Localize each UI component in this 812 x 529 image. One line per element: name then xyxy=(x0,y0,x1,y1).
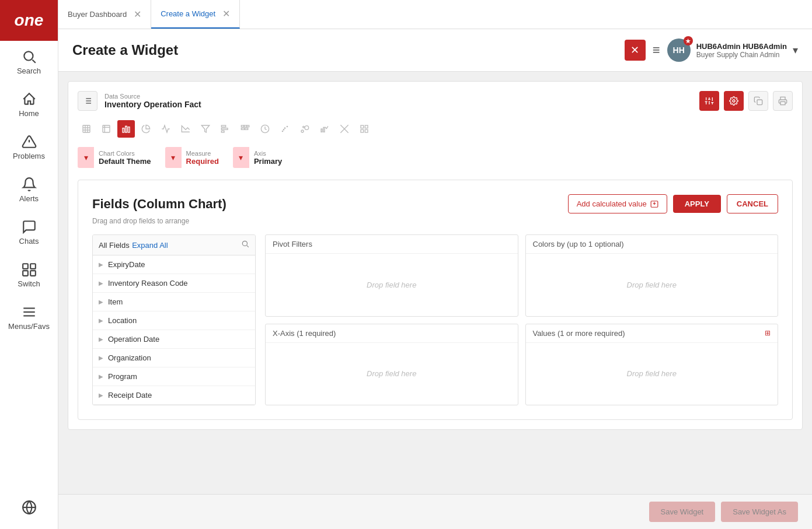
chat-icon xyxy=(22,219,37,234)
save-widget-button[interactable]: Save Widget xyxy=(649,502,716,522)
chart-type-bubble[interactable] xyxy=(296,120,313,138)
list-icon-button[interactable] xyxy=(78,91,97,111)
circular-icon xyxy=(260,124,270,134)
add-calculated-value-button[interactable]: Add calculated value xyxy=(568,194,667,213)
chart-type-stacked-bar[interactable] xyxy=(236,120,254,138)
svg-point-28 xyxy=(733,100,735,102)
chart-type-grid[interactable] xyxy=(356,120,373,138)
chart-type-circular[interactable] xyxy=(256,120,274,138)
axis-dropdown[interactable]: ▾ Axis Primary xyxy=(233,147,282,168)
chart-type-pie[interactable] xyxy=(137,120,155,138)
chart-type-table[interactable] xyxy=(78,120,95,138)
switch-icon xyxy=(22,262,37,277)
chart-type-combo[interactable] xyxy=(316,120,333,138)
list-item[interactable]: ▶ Program xyxy=(93,367,255,386)
chart-type-xy[interactable] xyxy=(336,120,353,138)
drop-zone-values: Values (1 or more required) ⊞ Drop field… xyxy=(525,324,779,406)
sidebar: one Search Home Problems Alerts Chats xyxy=(0,0,58,529)
table-icon xyxy=(82,124,91,134)
chart-type-funnel[interactable] xyxy=(197,120,214,138)
filter-settings-button[interactable] xyxy=(699,91,719,111)
svg-rect-60 xyxy=(321,129,322,132)
user-dropdown-arrow[interactable]: ▾ xyxy=(793,44,798,57)
fields-panel: Fields (Column Chart) Add calculated val… xyxy=(78,180,793,420)
bell-icon xyxy=(22,177,37,192)
tab-buyer-dashboard[interactable]: Buyer Dashboard ✕ xyxy=(58,0,151,29)
bubble-icon xyxy=(300,124,309,134)
svg-rect-39 xyxy=(123,128,124,132)
drop-zone-colors-by: Colors by (up to 1 optional) Drop field … xyxy=(525,234,779,317)
svg-rect-46 xyxy=(221,131,224,132)
main-area: Buyer Dashboard ✕ Create a Widget ✕ Crea… xyxy=(58,0,812,529)
chart-colors-dropdown-btn[interactable]: ▾ xyxy=(78,147,94,168)
chart-type-line[interactable] xyxy=(157,120,175,138)
cancel-button[interactable]: CANCEL xyxy=(727,194,778,213)
copy-icon xyxy=(754,96,763,106)
svg-rect-61 xyxy=(323,127,325,132)
home-icon xyxy=(22,92,37,107)
calc-icon xyxy=(650,200,658,208)
dropdowns-row: ▾ Chart Colors Default Theme ▾ Measure R… xyxy=(78,147,793,168)
fields-search-button[interactable] xyxy=(241,240,249,250)
grid-icon xyxy=(360,124,369,134)
svg-rect-40 xyxy=(126,126,127,132)
svg-rect-31 xyxy=(83,125,90,132)
list-item[interactable]: ▶ Operation Date xyxy=(93,330,255,349)
tab-close-create-widget[interactable]: ✕ xyxy=(222,8,230,19)
menu-button[interactable]: ≡ xyxy=(653,43,660,58)
measure-dropdown-btn[interactable]: ▾ xyxy=(165,147,182,168)
chart-colors-dropdown[interactable]: ▾ Chart Colors Default Theme xyxy=(78,147,151,168)
list-item[interactable]: ▶ ExpiryDate xyxy=(93,255,255,274)
sidebar-item-globe[interactable] xyxy=(0,492,58,523)
svg-rect-51 xyxy=(245,128,248,130)
chart-type-column[interactable] xyxy=(117,120,135,138)
sidebar-item-problems[interactable]: Problems xyxy=(0,126,58,169)
expand-all-link[interactable]: Expand All xyxy=(132,241,168,250)
tab-close-buyer-dashboard[interactable]: ✕ xyxy=(134,9,141,20)
sidebar-item-menus[interactable]: Menus/Favs xyxy=(0,296,58,339)
datasource-icons xyxy=(699,91,793,111)
fields-subtitle: Drag and drop fields to arrange xyxy=(92,217,778,225)
sidebar-item-alerts[interactable]: Alerts xyxy=(0,169,58,211)
star-badge: ★ xyxy=(684,36,693,45)
sidebar-item-search[interactable]: Search xyxy=(0,41,58,83)
list-item[interactable]: ▶ Item xyxy=(93,293,255,311)
values-calc-icon[interactable]: ⊞ xyxy=(765,329,771,337)
page-header: Create a Widget ✕ ≡ HH ★ HUB6Admin HUB6A… xyxy=(58,29,812,72)
axis-dropdown-btn[interactable]: ▾ xyxy=(233,147,249,168)
list-icon xyxy=(83,96,92,106)
print-icon xyxy=(778,96,787,106)
page-footer: Save Widget Save Widget As xyxy=(58,494,812,529)
svg-point-53 xyxy=(282,131,283,131)
tab-create-widget[interactable]: Create a Widget ✕ xyxy=(151,0,240,29)
sidebar-item-switch[interactable]: Switch xyxy=(0,254,58,296)
list-item[interactable]: ▶ Inventory Reason Code xyxy=(93,274,255,293)
user-area: HH ★ HUB6Admin HUB6Admin Buyer Supply Ch… xyxy=(667,38,798,62)
close-widget-button[interactable]: ✕ xyxy=(625,40,646,61)
svg-rect-65 xyxy=(365,125,368,128)
globe-icon xyxy=(22,500,37,515)
chart-type-scatter[interactable] xyxy=(276,120,294,138)
column-chart-icon xyxy=(121,124,131,134)
measure-dropdown[interactable]: ▾ Measure Required xyxy=(165,147,219,168)
copy-button[interactable] xyxy=(748,91,768,111)
stacked-bar-icon xyxy=(241,124,250,134)
svg-rect-5 xyxy=(30,264,36,269)
svg-rect-47 xyxy=(241,125,244,127)
svg-rect-44 xyxy=(221,125,225,127)
chart-type-bar[interactable] xyxy=(217,120,234,138)
gear-settings-button[interactable] xyxy=(724,91,744,111)
fields-body: All Fields Expand All ▶ xyxy=(92,234,778,405)
list-item[interactable]: ▶ Location xyxy=(93,311,255,330)
list-item[interactable]: ▶ Receipt Date xyxy=(93,386,255,405)
chart-type-area[interactable] xyxy=(177,120,194,138)
print-button[interactable] xyxy=(773,91,793,111)
apply-button[interactable]: APPLY xyxy=(673,195,721,213)
sidebar-item-home[interactable]: Home xyxy=(0,83,58,126)
sidebar-item-chats[interactable]: Chats xyxy=(0,211,58,254)
save-widget-as-button[interactable]: Save Widget As xyxy=(721,502,798,522)
list-item[interactable]: ▶ Organization xyxy=(93,349,255,367)
chart-type-pivot[interactable] xyxy=(97,120,115,138)
app-logo: one xyxy=(0,0,58,41)
fields-actions: Add calculated value APPLY CANCEL xyxy=(568,194,778,213)
